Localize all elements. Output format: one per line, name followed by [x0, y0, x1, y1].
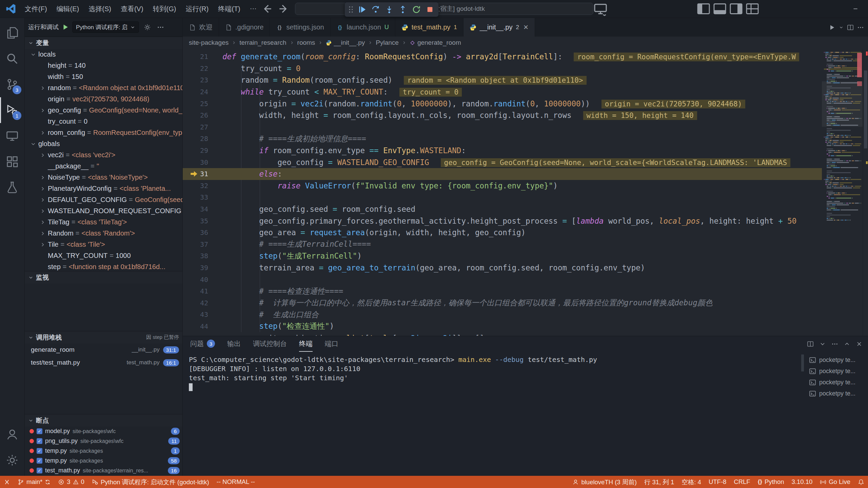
- code-line-40[interactable]: 40: [183, 273, 822, 285]
- variable-row[interactable]: geo_config=GeoConfig(seed=None, world_sc…: [25, 105, 182, 116]
- step-out-button[interactable]: [396, 3, 409, 16]
- activity-files[interactable]: [0, 20, 24, 46]
- run-dropdown-icon[interactable]: [839, 25, 844, 30]
- variable-row[interactable]: MAX_TRY_COUNT=1000: [25, 250, 182, 261]
- split-editor-icon[interactable]: [847, 24, 854, 31]
- maximize-panel-icon[interactable]: [844, 341, 850, 347]
- activity-testing[interactable]: [0, 175, 24, 200]
- variable-row[interactable]: origin=vec2i(7205730, 9024468): [25, 94, 182, 105]
- menu-item[interactable]: 转到(G): [149, 3, 181, 15]
- variable-row[interactable]: height=140: [25, 60, 182, 71]
- gear-icon[interactable]: [142, 22, 152, 32]
- toggle-secondary-sidebar-icon[interactable]: [729, 2, 743, 15]
- toggle-panel-icon[interactable]: [713, 2, 727, 15]
- menu-item[interactable]: 文件(F): [20, 3, 52, 15]
- statusbar-item[interactable]: main*: [14, 476, 54, 488]
- variable-row[interactable]: DEFAULT_GEO_CONFIG=GeoConfig(seed=1...: [25, 194, 182, 205]
- menu-item[interactable]: 查看(V): [116, 3, 148, 15]
- close-tab-icon[interactable]: ✕: [523, 23, 529, 31]
- terminal-instance[interactable]: pocketpy te...: [805, 377, 868, 388]
- variables-group-globals[interactable]: globals: [25, 138, 182, 149]
- breadcrumb-item[interactable]: site-packages: [189, 39, 229, 46]
- code-line-25[interactable]: 25 origin = vec2i(random.randint(0, 1000…: [183, 98, 822, 109]
- code-line-28[interactable]: 28 # ====生成初始地理信息====: [183, 133, 822, 145]
- breakpoint-checkbox[interactable]: ✓: [37, 458, 42, 464]
- variables-group-locals[interactable]: locals: [25, 49, 182, 60]
- code-line-24[interactable]: 24 while try_count < MAX_TRY_COUNT:try_c…: [183, 86, 822, 98]
- variable-row[interactable]: NoiseType=<class 'NoiseType'>: [25, 172, 182, 183]
- code-line-22[interactable]: 22 try_count = 0: [183, 63, 822, 75]
- code-line-23[interactable]: 23 random = Random(room_config.seed)rand…: [183, 74, 822, 86]
- code-line-45[interactable]: 45 exit_combinations: list[tuple[vec2i, …: [183, 332, 822, 336]
- statusbar-item[interactable]: Python 调试程序: 启动文件 (godot-ldtk): [88, 476, 213, 488]
- activity-debug[interactable]: 1: [0, 97, 24, 123]
- panel-tab-问题[interactable]: 问题3: [190, 336, 215, 352]
- variable-row[interactable]: width=150: [25, 71, 182, 82]
- variable-row[interactable]: __package__='': [25, 161, 182, 172]
- statusbar-item[interactable]: -- NORMAL --: [213, 476, 259, 488]
- breakpoint-checkbox[interactable]: ✓: [37, 468, 42, 473]
- breakpoints-section-header[interactable]: 断点: [25, 414, 182, 426]
- variable-row[interactable]: Tile=<class 'Tile'>: [25, 239, 182, 250]
- terminal-instance[interactable]: pocketpy te...: [805, 354, 868, 366]
- start-debug-icon[interactable]: [62, 23, 69, 31]
- debug-config-select[interactable]: Python 调试程序: 启: [72, 21, 139, 33]
- breakpoint-row[interactable]: ✓test_math.pysite-packages\terrain_res..…: [25, 466, 182, 475]
- code-line-35[interactable]: 35 geo_config.primary_forces.geothermal_…: [183, 215, 822, 227]
- variable-row[interactable]: try_count=0: [25, 116, 182, 127]
- tab-launch.json[interactable]: {}launch.jsonU: [331, 18, 395, 37]
- panel-tab-调试控制台[interactable]: 调试控制台: [253, 336, 287, 352]
- breakpoint-checkbox[interactable]: ✓: [37, 428, 42, 434]
- statusbar-item[interactable]: blueloveTH (3 周前): [569, 476, 640, 488]
- breadcrumb-item[interactable]: generate_room: [410, 39, 461, 46]
- variable-row[interactable]: Random=<class 'Random'>: [25, 228, 182, 239]
- breakpoint-row[interactable]: ✓png_utils.pysite-packages\wfc11: [25, 436, 182, 446]
- code-line-37[interactable]: 37 # ====生成TerrainCell====: [183, 239, 822, 250]
- breadcrumb-item[interactable]: rooms: [297, 39, 315, 46]
- tab-欢迎[interactable]: 欢迎: [183, 18, 219, 37]
- code-editor[interactable]: 21def generate_room(room_config: RoomReq…: [183, 49, 822, 336]
- menu-item[interactable]: ···: [245, 3, 261, 15]
- tab-settings.json[interactable]: {}settings.json: [270, 18, 330, 37]
- minimap[interactable]: [822, 49, 863, 336]
- statusbar-item[interactable]: [854, 476, 868, 488]
- variable-row[interactable]: WASTELAND_ROOM_REQUEST_CONFIG=RoomR...: [25, 205, 182, 217]
- tab-test_math.py[interactable]: test_math.py1: [395, 18, 463, 37]
- callstack-frame[interactable]: generate_room__init__.py31:1: [25, 343, 182, 356]
- drag-grip-icon[interactable]: [347, 3, 355, 16]
- terminal-instance[interactable]: pocketpy te...: [805, 388, 868, 399]
- activity-remote[interactable]: [0, 123, 24, 149]
- split-terminal-icon[interactable]: [807, 341, 814, 347]
- activity-search[interactable]: [0, 46, 24, 72]
- variable-row[interactable]: TileTag=<class 'TileTag'>: [25, 217, 182, 228]
- watch-section-header[interactable]: 监视: [25, 271, 182, 283]
- statusbar-item[interactable]: {}Python: [754, 476, 788, 488]
- statusbar-item[interactable]: 3.10.10: [788, 476, 816, 488]
- statusbar-item[interactable]: UTF-8: [705, 476, 730, 488]
- callstack-section-header[interactable]: 调用堆栈 因 step 已暂停: [25, 331, 182, 343]
- more-actions-icon[interactable]: [155, 22, 165, 32]
- variable-row[interactable]: random=<Random object at 0x1bf9d01e110>: [25, 82, 182, 94]
- statusbar-item[interactable]: CRLF: [730, 476, 754, 488]
- code-line-36[interactable]: 36 geo_area = request_area(origin, width…: [183, 227, 822, 239]
- close-panel-icon[interactable]: [856, 341, 863, 347]
- variable-row[interactable]: step=<function step at 0x1bf8d716d...: [25, 261, 182, 271]
- code-line-27[interactable]: 27: [183, 121, 822, 133]
- code-line-34[interactable]: 34 geo_config.seed = room_config.seed: [183, 203, 822, 215]
- chevron-down-icon[interactable]: [819, 341, 826, 347]
- tab-.gdignore[interactable]: .gdignore: [219, 18, 270, 37]
- statusbar-item[interactable]: Go Live: [816, 476, 854, 488]
- customize-layout-icon[interactable]: [745, 2, 760, 15]
- remote-window-icon[interactable]: [593, 2, 608, 15]
- breakpoint-row[interactable]: ✓temp.pysite-packages1: [25, 446, 182, 456]
- code-line-21[interactable]: 21def generate_room(room_config: RoomReq…: [183, 51, 822, 63]
- code-line-32[interactable]: 32 raise ValueError(f"Invalid env type: …: [183, 180, 822, 192]
- statusbar-item[interactable]: 30: [54, 476, 88, 488]
- terminal-scrollbar[interactable]: [800, 352, 805, 476]
- code-line-38[interactable]: 38 step("生成TerrainCell"): [183, 250, 822, 262]
- code-line-39[interactable]: 39 terrain_area = geo_area_to_terrain(ge…: [183, 262, 822, 274]
- variable-row[interactable]: PlanetaryWindConfig=<class 'Planeta...: [25, 183, 182, 194]
- code-line-44[interactable]: 44 step("检查连通性"): [183, 321, 822, 332]
- breadcrumb-item[interactable]: __init__.py: [326, 39, 365, 46]
- terminal-instance[interactable]: pocketpy te...: [805, 366, 868, 377]
